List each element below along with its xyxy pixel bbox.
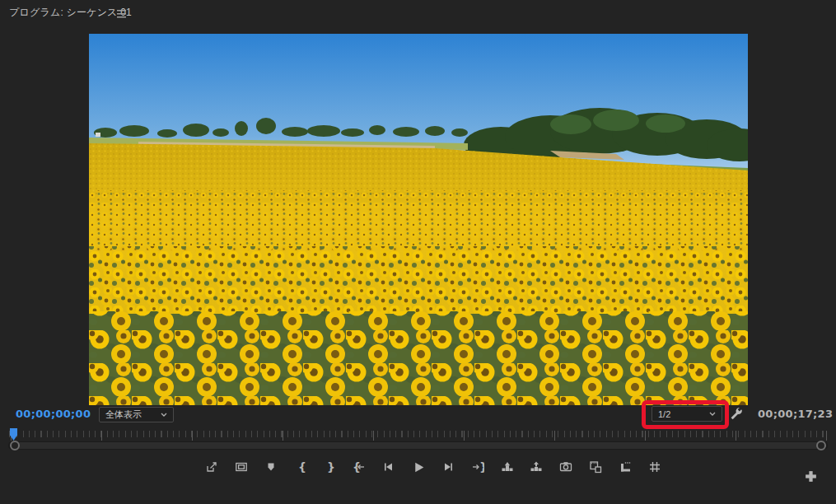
go-to-in-button[interactable]: {: [349, 458, 369, 476]
add-marker-icon: [264, 460, 278, 474]
go-to-out-icon: }: [471, 460, 484, 474]
export-button[interactable]: [202, 458, 222, 476]
safe-margins-icon: [235, 460, 248, 474]
step-forward-button[interactable]: [438, 458, 458, 476]
go-to-in-icon: {: [353, 460, 366, 474]
zoom-scrollbar-right-handle[interactable]: [816, 441, 826, 450]
sunflower-field-frame: [89, 34, 748, 405]
time-ruler[interactable]: [8, 431, 828, 441]
resolution-dropdown[interactable]: 1/2: [652, 406, 722, 422]
export-icon: [205, 460, 218, 474]
show-guides-button[interactable]: [645, 458, 665, 476]
mark-in-icon: {: [294, 460, 307, 474]
show-guides-icon: [648, 460, 661, 474]
fit-zoom-dropdown[interactable]: 全体表示: [99, 407, 174, 422]
svg-text:}: }: [479, 460, 484, 474]
wrench-icon: [729, 407, 744, 422]
mark-in-button[interactable]: {: [291, 458, 311, 476]
transport-controls: { } {: [202, 458, 665, 476]
settings-button[interactable]: [729, 407, 744, 422]
mark-out-button[interactable]: }: [320, 458, 339, 476]
chevron-down-icon: [709, 412, 716, 416]
fit-zoom-value: 全体表示: [105, 408, 142, 421]
extract-icon: [530, 460, 543, 474]
play-button[interactable]: [409, 458, 428, 476]
button-editor-button[interactable]: [804, 469, 819, 484]
svg-text:}: }: [327, 460, 335, 474]
comparison-view-button[interactable]: [586, 458, 605, 476]
export-frame-icon: [559, 460, 572, 474]
chevron-down-icon: [161, 413, 167, 417]
panel-menu-button[interactable]: [116, 7, 128, 17]
resolution-value: 1/2: [658, 409, 670, 419]
plus-icon: [804, 469, 818, 483]
zoom-scrollbar-left-handle[interactable]: [10, 441, 20, 450]
duration-timecode: 00;00;17;23: [758, 408, 833, 420]
comparison-view-icon: [589, 460, 602, 474]
lift-icon: [501, 460, 514, 474]
step-back-button[interactable]: [379, 458, 399, 476]
add-marker-button[interactable]: [261, 458, 281, 476]
mark-out-icon: }: [323, 460, 336, 474]
safe-margins-button[interactable]: [231, 458, 251, 476]
panel-title: プログラム: シーケンス 01: [9, 6, 132, 20]
play-icon: [412, 460, 426, 474]
step-back-icon: [382, 460, 395, 474]
export-frame-button[interactable]: [556, 458, 576, 476]
show-rulers-icon: [619, 460, 632, 474]
lift-button[interactable]: [497, 458, 517, 476]
show-rulers-button[interactable]: [615, 458, 635, 476]
svg-text:{: {: [298, 460, 306, 474]
hamburger-icon: [116, 9, 128, 19]
step-forward-icon: [441, 460, 455, 474]
go-to-out-button[interactable]: }: [468, 458, 488, 476]
current-timecode[interactable]: 00;00;00;00: [16, 408, 91, 420]
program-monitor-panel: プログラム: シーケンス 01: [0, 0, 836, 504]
video-preview: [89, 34, 748, 405]
extract-button[interactable]: [526, 458, 546, 476]
zoom-scrollbar[interactable]: [8, 441, 828, 450]
